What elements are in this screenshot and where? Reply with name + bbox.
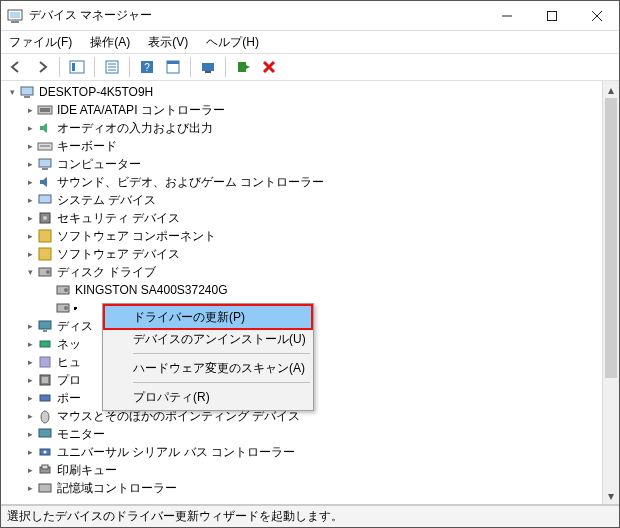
svg-rect-2 bbox=[11, 21, 19, 23]
tree-node-label: サウンド、ビデオ、およびゲーム コントローラー bbox=[57, 174, 324, 191]
expand-icon[interactable]: ▸ bbox=[23, 319, 37, 333]
svg-rect-30 bbox=[39, 195, 51, 203]
hid-icon bbox=[37, 354, 53, 370]
tree-node-root[interactable]: ▾ DESKTOP-4K5TO9H bbox=[1, 83, 602, 101]
expand-icon[interactable]: ▸ bbox=[23, 121, 37, 135]
tree-node-cat-2[interactable]: ▸ キーボード bbox=[1, 137, 602, 155]
expand-icon[interactable]: ▸ bbox=[23, 139, 37, 153]
expand-icon[interactable]: ▸ bbox=[23, 175, 37, 189]
expand-icon[interactable] bbox=[41, 301, 55, 315]
expand-icon[interactable]: ▸ bbox=[23, 427, 37, 441]
maximize-button[interactable] bbox=[529, 1, 574, 30]
expand-icon[interactable]: ▸ bbox=[23, 445, 37, 459]
ctx-update-driver[interactable]: ドライバーの更新(P) bbox=[105, 306, 311, 328]
ctx-properties[interactable]: プロパティ(R) bbox=[105, 386, 311, 408]
tree-node-cat2-7[interactable]: ▸ ユニバーサル シリアル バス コントローラー bbox=[1, 443, 602, 461]
tree-node-cat-3[interactable]: ▸ コンピューター bbox=[1, 155, 602, 173]
tree-node-cat-6[interactable]: ▸ セキュリティ デバイス bbox=[1, 209, 602, 227]
forward-button[interactable] bbox=[31, 56, 53, 78]
expand-icon[interactable]: ▸ bbox=[23, 409, 37, 423]
tree-node-cat-8[interactable]: ▸ ソフトウェア デバイス bbox=[1, 245, 602, 263]
tree-node-cat-7[interactable]: ▸ ソフトウェア コンポーネント bbox=[1, 227, 602, 245]
swdev-icon bbox=[37, 246, 53, 262]
tree-node-cat-0[interactable]: ▸ IDE ATA/ATAPI コントローラー bbox=[1, 101, 602, 119]
scroll-down-arrow[interactable]: ▾ bbox=[603, 487, 619, 504]
tree-node-disk-device-0[interactable]: KINGSTON SA400S37240G bbox=[1, 281, 602, 299]
back-button[interactable] bbox=[5, 56, 27, 78]
tree-node-label: キーボード bbox=[57, 138, 117, 155]
svg-point-36 bbox=[46, 270, 50, 274]
tree-node-label: IDE ATA/ATAPI コントローラー bbox=[57, 102, 225, 119]
svg-rect-33 bbox=[39, 230, 51, 242]
details-button[interactable] bbox=[162, 56, 184, 78]
scan-hardware-button[interactable] bbox=[197, 56, 219, 78]
expand-icon[interactable]: ▸ bbox=[23, 247, 37, 261]
toolbar-separator bbox=[225, 57, 226, 77]
ide-icon bbox=[37, 102, 53, 118]
show-hide-tree-button[interactable] bbox=[66, 56, 88, 78]
expand-icon[interactable]: ▸ bbox=[23, 157, 37, 171]
window-frame: デバイス マネージャー ファイル(F) 操作(A) 表示(V) ヘルプ(H) ? bbox=[0, 0, 620, 528]
app-icon bbox=[7, 8, 23, 24]
disk-icon bbox=[37, 264, 53, 280]
tree-node-cat-1[interactable]: ▸ オーディオの入力および出力 bbox=[1, 119, 602, 137]
uninstall-device-button[interactable] bbox=[258, 56, 280, 78]
tree-node-cat2-8[interactable]: ▸ 印刷キュー bbox=[1, 461, 602, 479]
ctx-uninstall-device[interactable]: デバイスのアンインストール(U) bbox=[105, 328, 311, 350]
device-tree[interactable]: ▾ DESKTOP-4K5TO9H ▸ IDE ATA/ATAPI コントローラ… bbox=[1, 81, 602, 504]
expand-icon[interactable]: ▾ bbox=[23, 265, 37, 279]
tree-node-label: KINGSTON SA400S37240G bbox=[75, 283, 228, 297]
mouse-icon bbox=[37, 408, 53, 424]
expand-icon[interactable]: ▸ bbox=[23, 193, 37, 207]
expand-icon[interactable]: ▸ bbox=[23, 337, 37, 351]
svg-rect-41 bbox=[39, 321, 51, 329]
svg-line-5 bbox=[592, 11, 602, 21]
svg-rect-16 bbox=[167, 61, 179, 64]
toolbar-separator bbox=[129, 57, 130, 77]
svg-rect-47 bbox=[40, 395, 50, 401]
disk-icon bbox=[55, 300, 71, 316]
computer-icon bbox=[37, 156, 53, 172]
expand-icon[interactable]: ▸ bbox=[23, 211, 37, 225]
svg-rect-34 bbox=[39, 248, 51, 260]
ctx-separator bbox=[133, 353, 310, 354]
vertical-scrollbar[interactable]: ▴ ▾ bbox=[602, 81, 619, 504]
expand-icon[interactable]: ▸ bbox=[23, 391, 37, 405]
expand-icon[interactable]: ▸ bbox=[23, 229, 37, 243]
minimize-button[interactable] bbox=[484, 1, 529, 30]
expand-icon[interactable]: ▸ bbox=[23, 373, 37, 387]
expand-icon[interactable]: ▸ bbox=[23, 355, 37, 369]
expand-icon[interactable]: ▾ bbox=[5, 85, 19, 99]
tree-wrap: ▾ DESKTOP-4K5TO9H ▸ IDE ATA/ATAPI コントローラ… bbox=[1, 81, 619, 505]
menu-file[interactable]: ファイル(F) bbox=[7, 32, 74, 53]
ctx-scan-hardware[interactable]: ハードウェア変更のスキャン(A) bbox=[105, 357, 311, 379]
menu-view[interactable]: 表示(V) bbox=[146, 32, 190, 53]
update-driver-button[interactable] bbox=[232, 56, 254, 78]
svg-point-51 bbox=[44, 451, 47, 454]
help-button[interactable]: ? bbox=[136, 56, 158, 78]
svg-rect-19 bbox=[238, 62, 246, 72]
tree-node-label: ヒュ bbox=[57, 354, 81, 371]
tree-node-cat2-9[interactable]: ▸ 記憶域コントローラー bbox=[1, 479, 602, 497]
menu-help[interactable]: ヘルプ(H) bbox=[204, 32, 261, 53]
svg-rect-18 bbox=[205, 71, 211, 73]
tree-node-disk-category[interactable]: ▾ ディスク ドライブ bbox=[1, 263, 602, 281]
close-button[interactable] bbox=[574, 1, 619, 30]
tree-node-cat-5[interactable]: ▸ システム デバイス bbox=[1, 191, 602, 209]
menu-action[interactable]: 操作(A) bbox=[88, 32, 132, 53]
security-icon bbox=[37, 210, 53, 226]
tree-node-cat-4[interactable]: ▸ サウンド、ビデオ、およびゲーム コントローラー bbox=[1, 173, 602, 191]
tree-node-cat2-6[interactable]: ▸ モニター bbox=[1, 425, 602, 443]
tree-node-label: モニター bbox=[57, 426, 105, 443]
expand-icon[interactable]: ▸ bbox=[23, 481, 37, 495]
properties-button[interactable] bbox=[101, 56, 123, 78]
disk-icon bbox=[55, 282, 71, 298]
svg-rect-49 bbox=[39, 429, 51, 437]
scroll-thumb[interactable] bbox=[605, 98, 617, 378]
cpu-icon bbox=[37, 372, 53, 388]
svg-rect-28 bbox=[39, 159, 51, 167]
expand-icon[interactable]: ▸ bbox=[23, 103, 37, 117]
expand-icon[interactable] bbox=[41, 283, 55, 297]
expand-icon[interactable]: ▸ bbox=[23, 463, 37, 477]
scroll-up-arrow[interactable]: ▴ bbox=[603, 81, 619, 98]
